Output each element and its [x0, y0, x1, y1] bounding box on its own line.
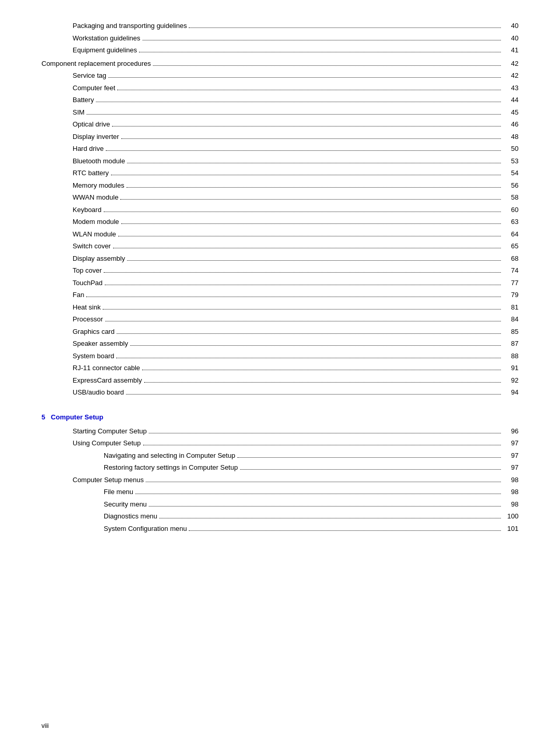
toc-entry-page: 100 [503, 511, 519, 522]
toc-entry-page: 45 [503, 107, 519, 118]
top-toc-entries: Packaging and transporting guidelines40W… [41, 21, 519, 55]
toc-dots [143, 445, 501, 445]
toc-entry-page: 97 [503, 462, 519, 473]
toc-entry-page: 101 [503, 524, 519, 534]
toc-entry-page: 46 [503, 119, 519, 130]
toc-entry-page: 77 [503, 278, 519, 288]
toc-entry: Computer feet43 [41, 83, 519, 93]
toc-entry-page: 50 [503, 144, 519, 154]
toc-dots [108, 77, 501, 78]
page-number: viii [41, 722, 49, 729]
toc-entry-page: 98 [503, 475, 519, 485]
toc-entry-label: Speaker assembly [73, 339, 128, 349]
toc-entry-label: System Configuration menu [104, 524, 187, 534]
toc-entry-page: 74 [503, 265, 519, 276]
toc-dots [106, 150, 501, 151]
toc-entry-page: 40 [503, 33, 519, 44]
toc-entry-page: 48 [503, 132, 519, 142]
toc-entry: Computer Setup menus98 [41, 475, 519, 485]
toc-entry: Keyboard60 [41, 205, 519, 215]
toc-entry: WWAN module58 [41, 192, 519, 203]
toc-entry-label: Battery [73, 95, 94, 105]
toc-dots [112, 126, 501, 126]
toc-entry-page: 98 [503, 487, 519, 497]
toc-dots [146, 482, 501, 482]
toc-entry: Processor84 [41, 314, 519, 325]
toc-entry-page: 88 [503, 351, 519, 361]
toc-entry: Graphics card85 [41, 327, 519, 337]
toc-entry-page: 97 [503, 451, 519, 461]
toc-entry-page: 94 [503, 387, 519, 398]
toc-entry-label: SIM [73, 107, 85, 118]
toc-entry: Fan79 [41, 290, 519, 300]
toc-entry-page: 97 [503, 438, 519, 448]
toc-entry: Equipment guidelines41 [41, 45, 519, 55]
toc-entry: SIM45 [41, 107, 519, 118]
toc-entry-label: System board [73, 351, 114, 361]
toc-entry-label: Hard drive [73, 144, 104, 154]
toc-entry: Modem module63 [41, 217, 519, 227]
toc-entry-label: Using Computer Setup [73, 438, 141, 448]
toc-entry-label: Computer Setup menus [73, 475, 144, 485]
toc-dots [87, 114, 501, 115]
toc-dots [159, 518, 501, 518]
toc-entry: Battery44 [41, 95, 519, 105]
toc-entry-page: 98 [503, 499, 519, 510]
toc-entry: Switch cover65 [41, 241, 519, 251]
toc-entry-label: TouchPad [73, 278, 103, 288]
toc-entry-label: Modem module [73, 217, 119, 227]
toc-entry: Starting Computer Setup96 [41, 426, 519, 437]
toc-entry-label: ExpressCard assembly [73, 375, 142, 386]
toc-entry-label: Display assembly [73, 254, 125, 264]
toc-entry-label: Component replacement procedures [41, 59, 151, 69]
toc-entry: ExpressCard assembly92 [41, 375, 519, 386]
toc-entry: WLAN module64 [41, 229, 519, 240]
toc-dots [143, 40, 501, 40]
toc-entry-label: Bluetooth module [73, 156, 125, 166]
toc-dots [127, 260, 501, 261]
toc-entry-page: 79 [503, 290, 519, 300]
toc-entry: Navigating and selecting in Computer Set… [41, 451, 519, 461]
toc-entry: Top cover74 [41, 265, 519, 276]
toc-dots [117, 333, 501, 334]
toc-dots [144, 382, 501, 383]
toc-entry-label: RJ-11 connector cable [73, 363, 140, 373]
toc-entry-label: Heat sink [73, 302, 101, 313]
toc-entry: Memory modules56 [41, 180, 519, 191]
toc-entry-label: Keyboard [73, 205, 102, 215]
toc-entry-label: Workstation guidelines [73, 33, 141, 44]
toc-entry-page: 53 [503, 156, 519, 166]
toc-entry-page: 60 [503, 205, 519, 215]
toc-dots [153, 65, 501, 66]
toc-entry: Using Computer Setup97 [41, 438, 519, 448]
toc-entry-label: File menu [104, 487, 133, 497]
toc-entry-label: Top cover [73, 265, 102, 276]
toc-entry-page: 63 [503, 217, 519, 227]
toc-entry-page: 87 [503, 339, 519, 349]
toc-entry-page: 84 [503, 314, 519, 325]
toc-entry-label: Memory modules [73, 180, 124, 191]
toc-entry-page: 85 [503, 327, 519, 337]
page-footer: viii [41, 722, 49, 729]
toc-dots [127, 163, 501, 163]
toc-entry: Service tag42 [41, 71, 519, 81]
toc-dots [113, 248, 501, 248]
toc-entry-page: 81 [503, 302, 519, 313]
toc-dots [130, 345, 501, 346]
toc-dots [149, 506, 501, 507]
toc-entry: Packaging and transporting guidelines40 [41, 21, 519, 31]
toc-entry-label: WWAN module [73, 192, 118, 203]
toc-dots [135, 494, 501, 494]
toc-dots [104, 212, 501, 212]
toc-entry-page: 42 [503, 59, 519, 69]
toc-entry: Bluetooth module53 [41, 156, 519, 166]
toc-entry-page: 65 [503, 241, 519, 251]
toc-entry-label: Navigating and selecting in Computer Set… [104, 451, 235, 461]
toc-dots [149, 433, 501, 433]
toc-entry-label: RTC battery [73, 168, 109, 178]
toc-dots [105, 285, 501, 285]
toc-dots [121, 223, 501, 224]
toc-entry-page: 91 [503, 363, 519, 373]
toc-dots [117, 90, 501, 90]
toc-entry: Workstation guidelines40 [41, 33, 519, 44]
